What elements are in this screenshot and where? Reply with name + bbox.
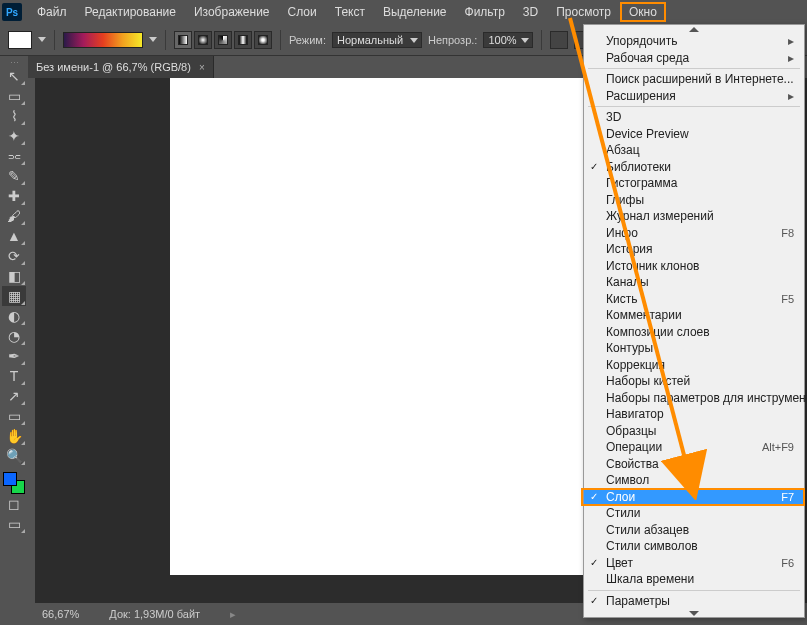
menu-item-стили-абзацев[interactable]: Стили абзацев	[584, 522, 804, 539]
menu-item-коррекция[interactable]: Коррекция	[584, 357, 804, 374]
menu-item-библиотеки[interactable]: ✓Библиотеки	[584, 159, 804, 176]
menu-изображение[interactable]: Изображение	[185, 2, 279, 22]
menu-item-контуры[interactable]: Контуры	[584, 340, 804, 357]
gradient-picker[interactable]	[63, 32, 143, 48]
close-tab-button[interactable]: ×	[199, 62, 205, 73]
crop-tool[interactable]: ⫗	[2, 146, 26, 166]
document-info[interactable]: Док: 1,93M/0 байт	[109, 608, 200, 620]
menu-item-инфо[interactable]: ИнфоF8	[584, 225, 804, 242]
gradient-linear-button[interactable]	[174, 31, 192, 49]
menu-item-свойства[interactable]: Свойства	[584, 456, 804, 473]
menu-item-кисть[interactable]: КистьF5	[584, 291, 804, 308]
hand-tool[interactable]: ✋	[2, 426, 26, 446]
document-tab[interactable]: Без имени-1 @ 66,7% (RGB/8) ×	[28, 56, 214, 78]
pen-tool[interactable]: ✒	[2, 346, 26, 366]
shortcut-label: F5	[781, 293, 794, 305]
menu-item-символ[interactable]: Символ	[584, 472, 804, 489]
menu-item-параметры[interactable]: ✓Параметры	[584, 593, 804, 610]
menu-item-журнал-измерений[interactable]: Журнал измерений	[584, 208, 804, 225]
menu-просмотр[interactable]: Просмотр	[547, 2, 620, 22]
menu-item-навигатор[interactable]: Навигатор	[584, 406, 804, 423]
window-menu-dropdown: Упорядочить▸Рабочая среда▸Поиск расширен…	[583, 24, 805, 618]
zoom-level[interactable]: 66,67%	[42, 608, 79, 620]
menu-редактирование[interactable]: Редактирование	[76, 2, 185, 22]
menu-item-каналы[interactable]: Каналы	[584, 274, 804, 291]
history-brush-tool[interactable]: ⟳	[2, 246, 26, 266]
menu-item-поиск-расширений-в-интернете-[interactable]: Поиск расширений в Интернете...	[584, 71, 804, 88]
menu-item-цвет[interactable]: ✓ЦветF6	[584, 555, 804, 572]
menu-item-3d[interactable]: 3D	[584, 109, 804, 126]
chevron-down-icon[interactable]	[38, 37, 46, 42]
chevron-right-icon[interactable]: ▸	[230, 608, 236, 621]
menu-item-глифы[interactable]: Глифы	[584, 192, 804, 209]
menu-выделение[interactable]: Выделение	[374, 2, 456, 22]
menu-слои[interactable]: Слои	[279, 2, 326, 22]
menu-item-label: Наборы параметров для инструментов	[606, 391, 807, 405]
menu-item-композиции-слоев[interactable]: Композиции слоев	[584, 324, 804, 341]
menu-item-label: Композиции слоев	[606, 325, 710, 339]
menu-item-образцы[interactable]: Образцы	[584, 423, 804, 440]
menu-item-история[interactable]: История	[584, 241, 804, 258]
menu-item-шкала-времени[interactable]: Шкала времени	[584, 571, 804, 588]
blur-tool[interactable]: ◐	[2, 306, 26, 326]
screen-mode-button[interactable]: ▭	[2, 514, 26, 534]
quick-mask-button[interactable]: ◻	[2, 494, 26, 514]
gradient-diamond-button[interactable]	[254, 31, 272, 49]
menu-item-рабочая-среда[interactable]: Рабочая среда▸	[584, 50, 804, 67]
menu-item-стили[interactable]: Стили	[584, 505, 804, 522]
document-canvas[interactable]	[170, 78, 585, 575]
healing-tool[interactable]: ✚	[2, 186, 26, 206]
gradient-reflected-button[interactable]	[234, 31, 252, 49]
lasso-tool[interactable]: ⌇	[2, 106, 26, 126]
menu-item-упорядочить[interactable]: Упорядочить▸	[584, 33, 804, 50]
eraser-tool[interactable]: ◧	[2, 266, 26, 286]
tool-preset-picker[interactable]	[8, 31, 32, 49]
menu-фильтр[interactable]: Фильтр	[456, 2, 514, 22]
menu-item-комментарии[interactable]: Комментарии	[584, 307, 804, 324]
opacity-input[interactable]: 100%	[483, 32, 533, 48]
dodge-tool[interactable]: ◔	[2, 326, 26, 346]
marquee-tool[interactable]: ▭	[2, 86, 26, 106]
menu-item-источник-клонов[interactable]: Источник клонов	[584, 258, 804, 275]
color-swatches[interactable]	[3, 472, 25, 494]
brush-tool[interactable]: 🖌	[2, 206, 26, 226]
gradient-radial-button[interactable]	[194, 31, 212, 49]
menu-item-label: Наборы кистей	[606, 374, 690, 388]
separator	[165, 30, 166, 50]
zoom-tool[interactable]: 🔍	[2, 446, 26, 466]
menu-item-стили-символов[interactable]: Стили символов	[584, 538, 804, 555]
menu-item-слои[interactable]: ✓СлоиF7	[584, 489, 804, 506]
menu-item-гистограмма[interactable]: Гистограмма	[584, 175, 804, 192]
scroll-down-icon[interactable]	[584, 609, 804, 617]
magic-wand-tool[interactable]: ✦	[2, 126, 26, 146]
stamp-tool[interactable]: ▲	[2, 226, 26, 246]
reverse-button[interactable]	[550, 31, 568, 49]
menu-item-label: Гистограмма	[606, 176, 677, 190]
menu-текст[interactable]: Текст	[326, 2, 374, 22]
chevron-down-icon[interactable]	[149, 37, 157, 42]
gradient-tool[interactable]: ▦	[2, 286, 26, 306]
menu-файл[interactable]: Файл	[28, 2, 76, 22]
menu-3d[interactable]: 3D	[514, 2, 547, 22]
move-tool[interactable]: ↖	[2, 66, 26, 86]
shape-tool[interactable]: ▭	[2, 406, 26, 426]
panel-grip[interactable]: ⋯	[10, 58, 19, 66]
path-select-tool[interactable]: ↗	[2, 386, 26, 406]
mode-label: Режим:	[289, 34, 326, 46]
mode-select[interactable]: Нормальный	[332, 32, 422, 48]
opacity-label: Непрозр.:	[428, 34, 477, 46]
menu-item-label: Стили символов	[606, 539, 698, 553]
eyedropper-tool[interactable]: ✎	[2, 166, 26, 186]
menu-окно[interactable]: Окно	[620, 2, 666, 22]
menu-item-наборы-кистей[interactable]: Наборы кистей	[584, 373, 804, 390]
menu-item-device-preview[interactable]: Device Preview	[584, 126, 804, 143]
type-tool[interactable]: T	[2, 366, 26, 386]
foreground-color[interactable]	[3, 472, 17, 486]
menu-item-наборы-параметров-для-инструментов[interactable]: Наборы параметров для инструментов	[584, 390, 804, 407]
app-logo: Ps	[2, 3, 22, 21]
scroll-up-icon[interactable]	[584, 25, 804, 33]
menu-item-операции[interactable]: ОперацииAlt+F9	[584, 439, 804, 456]
gradient-angle-button[interactable]	[214, 31, 232, 49]
menu-item-абзац[interactable]: Абзац	[584, 142, 804, 159]
menu-item-расширения[interactable]: Расширения▸	[584, 88, 804, 105]
